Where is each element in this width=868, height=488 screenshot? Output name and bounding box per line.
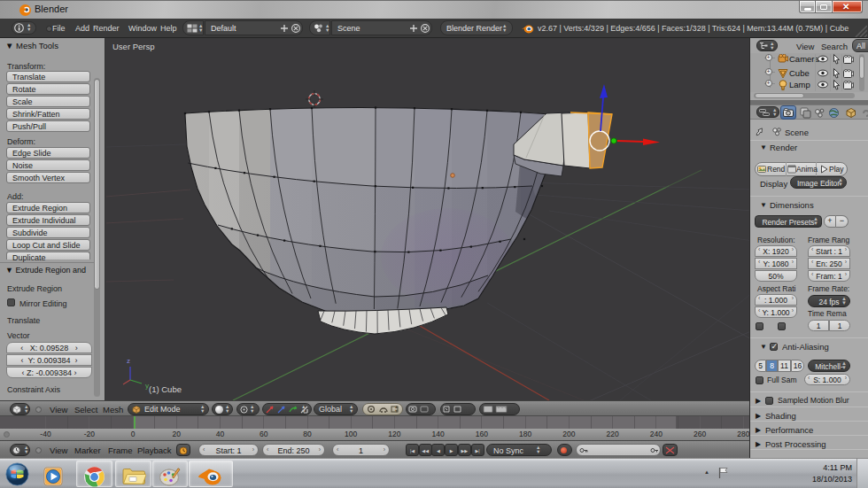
svg-text:User Persp: User Persp	[112, 42, 155, 51]
svg-text:z: z	[127, 357, 130, 365]
svg-text:(1) Cube: (1) Cube	[149, 384, 182, 394]
